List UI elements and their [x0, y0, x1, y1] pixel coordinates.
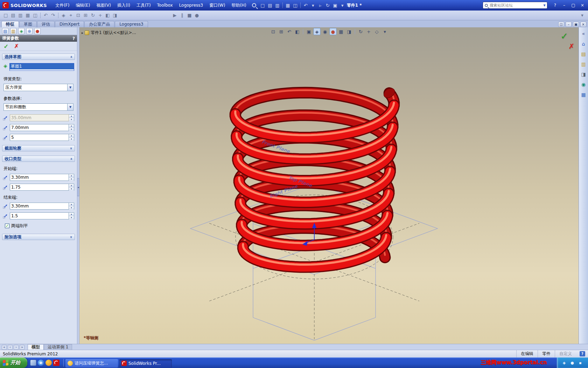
menu-tools[interactable]: 工具(T) — [134, 1, 154, 9]
minimize-button[interactable]: – — [560, 2, 568, 9]
undo2-icon[interactable]: ↶ — [42, 12, 49, 19]
print-preview-icon[interactable]: ◫ — [292, 2, 299, 9]
hide-show-items-icon[interactable]: ◉ — [322, 28, 329, 35]
open-file-icon[interactable]: ▤ — [10, 12, 16, 19]
start-turns-input[interactable] — [10, 184, 69, 191]
internet-explorer-icon[interactable] — [38, 360, 44, 366]
section-tool-icon[interactable]: ◨ — [112, 12, 118, 19]
flatten-ends-row[interactable]: ✓ 两端削平 — [5, 223, 72, 229]
taskbar-item-solidworks[interactable]: SolidWorks Pr... — [119, 359, 172, 368]
collapse-icon[interactable]: » — [69, 55, 74, 58]
zoom-area-icon[interactable]: ⊞ — [278, 28, 285, 35]
zoom-to-fit-icon[interactable]: ⊡ — [75, 12, 82, 19]
menu-search-icon[interactable] — [252, 3, 256, 7]
view-palette-icon[interactable]: ◨ — [580, 71, 587, 78]
tree-part-item[interactable]: 零件1 (默认<<默认>... — [91, 30, 136, 36]
new-doc-icon[interactable]: □ — [259, 2, 266, 9]
new-file-icon[interactable]: □ — [2, 12, 9, 19]
view-orientation-icon[interactable]: ▣ — [306, 28, 313, 35]
spinner-up-icon[interactable]: ▴ — [69, 124, 74, 128]
undo-list-icon[interactable]: ▾ — [310, 2, 316, 9]
redo-icon[interactable]: ↷ — [50, 12, 56, 19]
smart-dimension-icon[interactable]: ⌖ — [68, 12, 74, 19]
tab-motion-study[interactable]: 运动算例 1 — [44, 344, 72, 350]
viewport-split-icon[interactable]: ◫ — [558, 22, 564, 27]
helical-spring-model[interactable] — [235, 86, 397, 267]
menu-insert[interactable]: 插入(I) — [114, 1, 133, 9]
pitch-input[interactable] — [10, 124, 69, 131]
confirmation-ok-icon[interactable]: ✓ — [560, 31, 568, 41]
spinner-up-icon[interactable]: ▴ — [69, 184, 74, 188]
solidworks-launcher-icon[interactable] — [53, 360, 59, 366]
tab-features[interactable]: 特征 — [1, 21, 19, 27]
confirmation-cancel-icon[interactable]: ✗ — [568, 42, 574, 50]
tab-scroll-last-icon[interactable]: » — [20, 345, 24, 350]
menu-window[interactable]: 窗口(W) — [206, 1, 228, 9]
save-file-icon[interactable]: ▥ — [17, 12, 24, 19]
pitch-spinner[interactable]: ▴▾ — [69, 124, 74, 131]
pm-appearance-tab-icon[interactable]: ● — [34, 28, 41, 34]
tab-scroll-next-icon[interactable]: › — [14, 345, 19, 350]
pm-configuration-tab-icon[interactable]: ▥ — [10, 28, 16, 34]
doc-minimize-icon[interactable]: – — [566, 22, 572, 27]
end-pitch-input[interactable] — [10, 203, 69, 210]
start-pitch-input[interactable] — [10, 174, 69, 181]
feature-tree-flyout[interactable]: ▸ 零件1 (默认<<默认>... — [82, 30, 136, 36]
pm-dimxpert-tab-icon[interactable]: ⊕ — [26, 28, 33, 34]
doc-close-icon[interactable]: × — [580, 22, 586, 27]
splitter-grip[interactable]: ◂ — [77, 178, 79, 196]
tree-expand-icon[interactable]: ▸ — [82, 31, 83, 35]
taskbar-item-browser[interactable]: 请问压缩弹簧怎... — [65, 359, 118, 368]
appearances-icon[interactable]: ◉ — [580, 81, 587, 88]
macro-pause-icon[interactable]: ‖ — [179, 12, 186, 19]
collapse-icon[interactable]: » — [69, 157, 74, 160]
maximize-button[interactable]: ▢ — [569, 2, 578, 9]
group-section-profile[interactable]: 截面轮廓 » — [2, 145, 75, 151]
pm-display-tab-icon[interactable]: ◈ — [18, 28, 24, 34]
spinner-up-icon[interactable]: ▴ — [69, 203, 74, 206]
menu-logopress[interactable]: Logopress3 — [176, 1, 206, 9]
zoom-to-area-icon[interactable]: ⊞ — [82, 12, 89, 19]
print-file-icon[interactable]: ▦ — [24, 12, 31, 19]
spinner-up-icon[interactable]: ▴ — [69, 134, 74, 138]
spring-type-dropdown-icon[interactable]: ▼ — [67, 84, 73, 91]
sketch-tool-icon[interactable]: ◈ — [60, 12, 67, 19]
spinner-up-icon[interactable]: ▴ — [69, 174, 74, 178]
spinner-up-icon[interactable]: ▴ — [69, 213, 74, 216]
menu-file[interactable]: 文件(F) — [52, 1, 72, 9]
start-turns-spinner[interactable]: ▴▾ — [69, 184, 74, 191]
graphics-viewport[interactable]: Front Plane Top Plane Right Plane ⊡⊞↶◧▣◈… — [79, 27, 579, 344]
spinner-down-icon[interactable]: ▾ — [69, 206, 74, 210]
apply-scene-icon[interactable]: ▦ — [338, 28, 345, 35]
sw-resources-icon[interactable]: ⌂ — [580, 40, 587, 47]
group-end-type[interactable]: 收口类型 » — [2, 156, 75, 162]
taskpane-expand-icon[interactable]: « — [580, 30, 587, 37]
search-input[interactable] — [490, 3, 542, 8]
spring-type-select[interactable]: 压力弹簧 ▼ — [4, 84, 74, 91]
view-settings-icon[interactable]: ◨ — [346, 28, 353, 35]
menu-view[interactable]: 视图(V) — [93, 1, 114, 9]
parameter-dropdown-icon[interactable]: ▼ — [67, 104, 73, 110]
tab-dimxpert[interactable]: DimXpert — [55, 21, 84, 27]
end-pitch-spinner[interactable]: ▴▾ — [69, 203, 74, 210]
coils-spinner[interactable]: ▴▾ — [69, 134, 74, 141]
expand-icon[interactable]: » — [69, 147, 74, 149]
pm-help-icon[interactable]: ? — [72, 36, 75, 41]
rotate-view-icon[interactable]: ↻ — [357, 28, 364, 35]
macro-record-icon[interactable]: ● — [194, 12, 200, 19]
start-pitch-spinner[interactable]: ▴▾ — [69, 174, 74, 181]
status-customize[interactable]: 自定义 — [555, 350, 576, 357]
headsup-expand-icon[interactable]: ▾ — [382, 28, 388, 35]
help-button[interactable]: ? — [551, 2, 559, 9]
spinner-down-icon[interactable]: ▾ — [69, 188, 74, 191]
file-properties-icon[interactable]: ▣ — [332, 2, 338, 9]
previous-view-icon[interactable]: ↶ — [286, 28, 293, 35]
checkbox-checked-icon[interactable]: ✓ — [5, 224, 9, 228]
rebuild-icon[interactable]: ↻ — [324, 2, 331, 9]
parameter-select[interactable]: 节距和圈数 ▼ — [4, 103, 74, 111]
tab-logopress[interactable]: Logopress3 — [115, 21, 148, 27]
expand-icon[interactable]: » — [69, 236, 74, 238]
menu-help[interactable]: 帮助(H) — [229, 1, 249, 9]
close-button[interactable]: × — [578, 2, 587, 9]
spinner-down-icon[interactable]: ▾ — [69, 216, 74, 219]
